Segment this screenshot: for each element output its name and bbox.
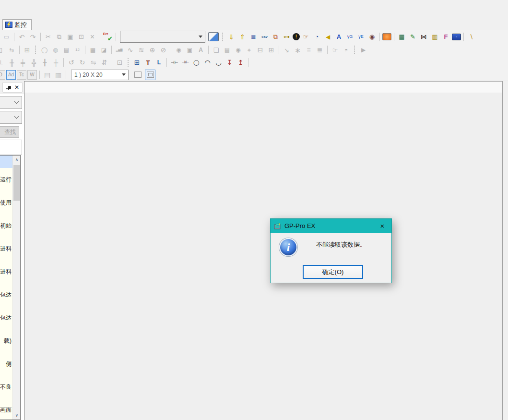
dialog-close-button[interactable]: ×	[373, 219, 391, 233]
rotate-text-icon[interactable]: T	[143, 58, 153, 68]
tab-monitor[interactable]: 监控	[2, 19, 32, 30]
list-item[interactable]: 进料	[0, 260, 12, 283]
compass-icon[interactable]: ⊘	[158, 45, 168, 55]
filter-combobox-1[interactable]	[0, 96, 22, 109]
ok-button[interactable]: 确定(O)	[303, 265, 363, 279]
memo-display-icon[interactable]: ▤	[61, 45, 71, 55]
duplicate-icon[interactable]: ⊡	[76, 32, 86, 42]
format-w-button[interactable]: W	[27, 70, 37, 80]
camera-view-icon[interactable]: ◉	[233, 45, 243, 55]
coil-icon[interactable]: ◯	[191, 58, 201, 68]
list-item[interactable]: 运行	[0, 168, 12, 191]
editor-canvas[interactable]	[24, 81, 502, 420]
grid-size-select[interactable]: 1 ) 20 X 20	[71, 70, 129, 80]
align-center-h-icon[interactable]: ╬	[29, 58, 39, 68]
transfer-window-icon[interactable]: ↘	[282, 45, 292, 55]
bar-write-up-icon[interactable]: ↥	[236, 58, 246, 68]
transfer-send-icon[interactable]: ⇓	[226, 32, 236, 42]
data-list-icon[interactable]: ≡	[304, 45, 314, 55]
switch-button-icon[interactable]: ▣	[185, 45, 195, 55]
system-alert-icon[interactable]: !	[293, 33, 300, 40]
group-parts-icon[interactable]: ⊡	[115, 58, 125, 68]
data-can-icon[interactable]: ◓	[341, 45, 351, 55]
list-item[interactable]	[0, 156, 12, 168]
special-window-icon[interactable]: ∗	[293, 45, 303, 55]
line-graph-icon[interactable]: ∿	[125, 45, 135, 55]
pin-icon[interactable]	[4, 84, 12, 91]
list-scrollbar[interactable]: ∧ ∨	[12, 156, 20, 420]
gauge-ascend-icon[interactable]: ◠	[202, 58, 213, 68]
toolbar-grip[interactable]	[128, 58, 129, 67]
frame-double-icon[interactable]	[145, 70, 155, 80]
screen-pointer-icon[interactable]: ⌖	[244, 45, 254, 55]
list-item[interactable]: 画面	[0, 398, 12, 420]
eraser-icon[interactable]: ◪	[99, 45, 109, 55]
screen-list[interactable]: 运行使用初始进料进料包达包达载)侧不良画面 ∧ ∨	[0, 155, 21, 420]
security-key-icon[interactable]: ⊶	[282, 32, 292, 42]
monitor-display-icon[interactable]: ⊟	[255, 45, 265, 55]
date-display-icon[interactable]: 12	[72, 45, 83, 55]
trend-graph-icon[interactable]: ≋	[136, 45, 146, 55]
toolbar-grip[interactable]	[35, 46, 36, 54]
paste-icon[interactable]: ▣	[65, 32, 75, 42]
gauge-descend-icon[interactable]: ◡	[213, 58, 224, 68]
list-item[interactable]: 初始	[0, 214, 12, 237]
distribute-v-icon[interactable]: ╪	[18, 58, 28, 68]
flip-horizontal-icon[interactable]: ⇋	[88, 58, 98, 68]
movie-player-icon[interactable]: ▶	[358, 45, 368, 55]
clock-display-icon[interactable]: ◔	[312, 32, 322, 42]
format-ad-button[interactable]: Ad	[6, 70, 16, 80]
delete-icon[interactable]: ×	[87, 32, 97, 42]
filter-combobox-2[interactable]	[0, 111, 22, 124]
transfer-receive-icon[interactable]: ⇑	[237, 32, 248, 42]
format-tc-button[interactable]: Tc	[17, 70, 26, 80]
cleanup-icon[interactable]: ∖	[466, 32, 476, 42]
register-list-icon[interactable]: ≣	[248, 32, 259, 42]
scroll-up-icon[interactable]: ∧	[13, 156, 21, 164]
toolbar-grip[interactable]	[354, 46, 355, 54]
rotate-ccw-icon[interactable]: ↺	[66, 58, 76, 68]
bar-write-down-icon[interactable]: ↧	[224, 58, 235, 68]
contact-no-icon[interactable]: ⊣⊢	[169, 58, 179, 68]
data-list-edit-icon[interactable]: ≣	[315, 45, 325, 55]
ellipse-tool-icon[interactable]: ◯	[39, 45, 49, 55]
global-search-g-icon[interactable]: γG	[345, 32, 355, 42]
copy-icon[interactable]: ⧉	[54, 32, 64, 42]
bar-graph-icon[interactable]: ▂▅▇	[114, 45, 124, 55]
lamp-display-icon[interactable]: L	[154, 58, 164, 68]
search-input[interactable]	[0, 140, 22, 155]
global-search-e-icon[interactable]: γE	[356, 32, 366, 42]
scroll-thumb[interactable]	[13, 165, 20, 201]
toolbar-grip[interactable]	[222, 33, 224, 41]
camera-event-icon[interactable]: ◉	[367, 32, 377, 42]
align-grid-icon[interactable]: ┼	[51, 58, 61, 68]
contact-nc-icon[interactable]: ⊣/⊢	[180, 58, 190, 68]
error-check-icon[interactable]: Err✔	[103, 32, 113, 42]
memo-pad-icon[interactable]: ▤	[42, 70, 52, 80]
screen-preview-icon[interactable]	[208, 32, 219, 41]
memo-edit-icon[interactable]: ✎	[408, 32, 418, 42]
language-change-icon[interactable]: A	[334, 32, 344, 42]
panel-close-icon[interactable]: ✕	[13, 84, 21, 91]
package-grid-icon[interactable]: ⊞	[22, 45, 32, 55]
rotate-cw-icon[interactable]: ↻	[77, 58, 87, 68]
lamp-button-icon[interactable]: ◉	[174, 45, 184, 55]
screen-part-icon[interactable]: ▯	[0, 45, 6, 55]
hand-pointer-icon[interactable]: ☞	[330, 45, 340, 55]
csv-export-icon[interactable]: CSV	[260, 32, 270, 42]
parts-grid-icon[interactable]: ⊞	[132, 58, 142, 68]
open-icon[interactable]: ▭	[1, 32, 12, 42]
list-item[interactable]: 包达	[0, 306, 12, 329]
find-button[interactable]: 查找	[0, 126, 19, 138]
list-item[interactable]: 载)	[0, 329, 12, 352]
meter-icon[interactable]: ⊕	[147, 45, 157, 55]
align-center-v-icon[interactable]: ╂	[40, 58, 50, 68]
copy-to-device-icon[interactable]: ⧉	[271, 32, 281, 42]
lamp-parts-icon[interactable]: ◍	[50, 45, 60, 55]
list-item[interactable]: 不良	[0, 375, 12, 398]
device-data-icon[interactable]: ☞	[301, 32, 311, 42]
list-item[interactable]: 包达	[0, 283, 12, 306]
window-parts-icon[interactable]: ❏	[211, 45, 221, 55]
format-d-button[interactable]: D	[0, 70, 5, 80]
distribute-h-icon[interactable]: ╫	[7, 58, 17, 68]
